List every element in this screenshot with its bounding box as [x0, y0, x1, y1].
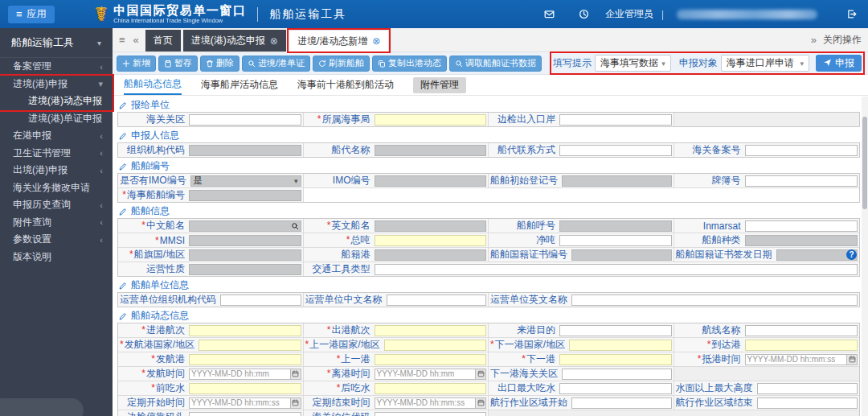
- field-input-visit-purpose[interactable]: [559, 325, 672, 336]
- field-input-departure-port[interactable]: [189, 354, 301, 365]
- field-input-gross-tonnage[interactable]: [375, 235, 487, 246]
- tab-maritime-ship-shore-activity[interactable]: 海事船岸活动信息: [201, 75, 278, 95]
- field-input-schedule-end-time[interactable]: YYYY-MM-DD hh:mm:ss: [375, 397, 487, 409]
- sidebar-title[interactable]: 船舶运输工具 ▾: [0, 28, 113, 58]
- field-input-border-inspection-port[interactable]: [559, 114, 672, 126]
- field-input-prev-port-country[interactable]: [384, 340, 486, 351]
- field-input-en-ship-name[interactable]: [375, 220, 487, 232]
- field-input-aft-draft[interactable]: [375, 383, 487, 394]
- field-input-next-port-country[interactable]: [569, 340, 671, 351]
- field-input-departure-time[interactable]: YYYY-MM-DD hh:mm: [189, 369, 301, 380]
- sidebar-item-attachment-query[interactable]: 附件查询‹: [0, 214, 113, 232]
- tab-menu-icon[interactable]: ≡: [117, 34, 127, 46]
- field-input-customs-record-no[interactable]: [745, 145, 858, 156]
- field-input-next-port-customs[interactable]: [562, 369, 672, 380]
- field-input-exit-max-draft[interactable]: [559, 383, 672, 394]
- field-input-fore-draft[interactable]: [189, 383, 301, 394]
- sidebar-item-declaration-history-query[interactable]: 申报历史查询‹: [0, 196, 113, 214]
- declare-button[interactable]: 申报: [816, 55, 862, 72]
- sidebar-item-health-certificate-management[interactable]: 卫生证书管理‹: [0, 145, 113, 163]
- vertical-scrollbar[interactable]: [862, 97, 868, 416]
- fill-hint-select[interactable]: 海事填写数据 ▾: [595, 55, 671, 72]
- declare-target-select[interactable]: 海事进口岸申请 ▾: [721, 55, 809, 72]
- field-input-org-code[interactable]: [189, 145, 301, 156]
- inbound-documents-button[interactable]: 进境/港单证: [242, 56, 310, 72]
- field-input-maritime-bureau[interactable]: [375, 114, 487, 126]
- field-input-arrival-time[interactable]: YYYY-MM-DD hh:mm:ss: [745, 354, 858, 365]
- field-input-operator-en-name[interactable]: [571, 294, 858, 306]
- field-input-call-sign[interactable]: [559, 220, 672, 232]
- mail-icon[interactable]: [544, 9, 555, 19]
- tab-home[interactable]: 首页: [145, 30, 181, 51]
- field-input-leave-port-time[interactable]: YYYY-MM-DD hh:mm: [375, 369, 487, 380]
- field-input-route-name[interactable]: [745, 325, 858, 336]
- field-input-inbound-voyage[interactable]: [189, 325, 301, 336]
- field-input-outbound-voyage[interactable]: [375, 325, 487, 336]
- field-input-schedule-start-time[interactable]: YYYY-MM-DD hh:mm:ss: [189, 397, 301, 409]
- field-input-transport-type[interactable]: [375, 264, 858, 275]
- clock-icon[interactable]: [579, 9, 589, 19]
- refresh-ship-button[interactable]: 刷新船舶: [313, 56, 370, 72]
- scrollbar-thumb[interactable]: [862, 117, 867, 209]
- field-input-inmarsat[interactable]: [745, 220, 858, 232]
- field-input-has-imo[interactable]: 是▾: [190, 175, 301, 187]
- tab-inbound-dynamic-new[interactable]: 进境/港动态新增⊗: [289, 30, 389, 51]
- copy-outbound-dynamic-button[interactable]: 复制出港动态: [372, 56, 447, 72]
- field-input-nav-area-start[interactable]: [571, 397, 672, 409]
- calendar-icon[interactable]: [475, 369, 485, 379]
- field-input-operation-nature[interactable]: [189, 264, 301, 275]
- field-input-prev-port[interactable]: [375, 354, 487, 365]
- field-input-customs-district[interactable]: [189, 114, 301, 126]
- tab-maritime-top10-ship-to-ship[interactable]: 海事前十港船到船活动: [297, 75, 394, 95]
- field-input-net-tonnage[interactable]: [559, 235, 672, 246]
- close-operations-menu[interactable]: 关闭操作: [823, 33, 862, 47]
- add-button[interactable]: 新增: [117, 56, 156, 72]
- tab-inbound-dynamic-declare[interactable]: 进境(港)动态申报⊗: [183, 30, 286, 51]
- sidebar-item-in-port-declare[interactable]: 在港申报‹: [0, 127, 113, 145]
- calendar-icon[interactable]: [475, 398, 485, 408]
- sidebar-item-parameter-settings[interactable]: 参数设置‹: [0, 231, 113, 249]
- apps-menu-button[interactable]: ≡ 应用: [8, 6, 55, 23]
- sidebar-item-record-management[interactable]: 备案管理‹: [0, 58, 113, 76]
- field-input-next-port[interactable]: [559, 354, 672, 365]
- field-input-cn-ship-name[interactable]: [189, 220, 301, 232]
- sidebar-item-inbound-document-declare[interactable]: 进境(港)单证申报: [0, 110, 113, 128]
- field-input-operator-cn-name[interactable]: [387, 294, 487, 306]
- close-tab-icon[interactable]: ⊗: [270, 35, 278, 47]
- field-input-plate-book-no[interactable]: [745, 175, 858, 187]
- sidebar-item-customs-amendment-application[interactable]: 海关业务撤改申请: [0, 179, 113, 197]
- scroll-left-icon[interactable]: «: [132, 34, 141, 46]
- search-icon[interactable]: [291, 222, 299, 230]
- help-icon[interactable]: ?: [846, 249, 857, 260]
- field-input-arrival-port[interactable]: [745, 340, 858, 351]
- sidebar-item-outbound-port-declare[interactable]: 出境(港)申报‹: [0, 162, 113, 179]
- field-input-nav-area-end[interactable]: [757, 397, 858, 409]
- field-input-customs-berth-code[interactable]: [375, 412, 487, 416]
- field-input-ship-agent-name[interactable]: [375, 145, 487, 156]
- field-input-departure-country[interactable]: [199, 340, 301, 351]
- field-input-imo-number[interactable]: [375, 175, 487, 187]
- field-input-ship-type[interactable]: [745, 235, 858, 246]
- calendar-icon[interactable]: [290, 369, 301, 379]
- field-input-ship-agent-contact[interactable]: [559, 145, 672, 156]
- sidebar-item-inbound-port-declare[interactable]: 进境(港)申报▾: [0, 76, 113, 93]
- scroll-right-icon[interactable]: »: [809, 34, 818, 46]
- tab-attachment-management[interactable]: 附件管理: [413, 77, 466, 93]
- field-input-registry-port[interactable]: [375, 249, 487, 261]
- close-tab-icon[interactable]: ⊗: [372, 35, 380, 47]
- tab-ship-dynamic-info[interactable]: 船舶动态信息: [124, 75, 182, 95]
- field-input-flag-country[interactable]: [189, 249, 301, 261]
- field-input-nationality-cert-date[interactable]: [776, 249, 858, 261]
- sidebar-item-version-notes[interactable]: 版本说明: [0, 249, 113, 266]
- logout-icon[interactable]: [846, 9, 857, 19]
- save-draft-button[interactable]: 暂存: [158, 56, 198, 72]
- field-input-ship-initial-reg-no[interactable]: [562, 175, 672, 187]
- field-input-mmsi[interactable]: [189, 235, 301, 246]
- field-input-operator-org-code[interactable]: [220, 294, 301, 306]
- sidebar-item-inbound-dynamic-declare[interactable]: 进境(港)动态申报: [0, 93, 113, 110]
- field-input-maritime-ship-no[interactable]: [189, 190, 301, 201]
- field-input-bi-berth-wharf[interactable]: [189, 412, 301, 416]
- field-input-max-height-above-water[interactable]: [757, 383, 858, 394]
- field-input-nationality-cert-no[interactable]: [571, 249, 672, 261]
- calendar-icon[interactable]: [846, 355, 857, 365]
